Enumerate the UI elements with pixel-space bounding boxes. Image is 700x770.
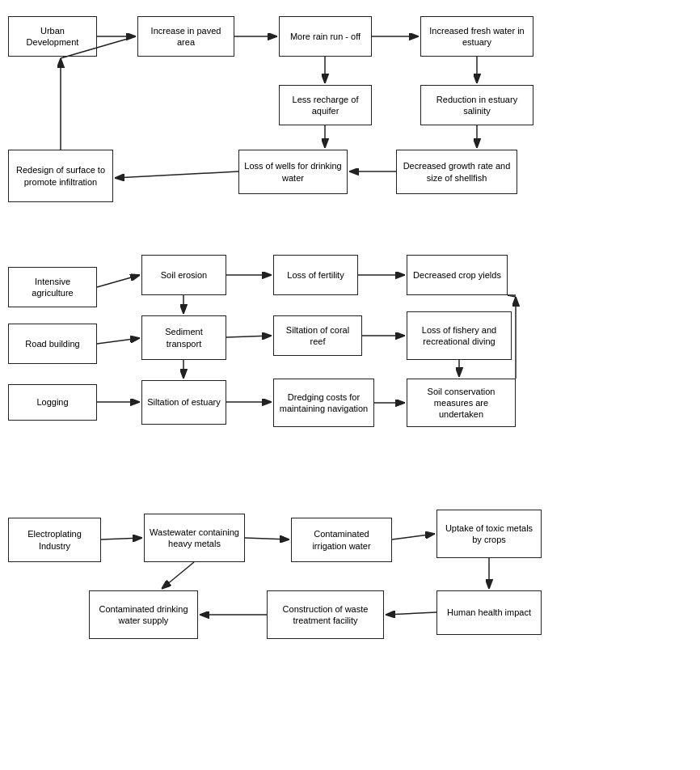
svg-line-27 bbox=[101, 538, 142, 539]
box-siltation-coral: Siltation of coral reef bbox=[273, 315, 362, 356]
box-intensive-ag: Intensive agriculture bbox=[8, 267, 97, 307]
box-decreased-crop: Decreased crop yields bbox=[407, 255, 508, 295]
box-loss-fishery: Loss of fishery and recreational diving bbox=[407, 311, 512, 360]
box-electroplating: Electroplating Industry bbox=[8, 518, 101, 562]
svg-line-31 bbox=[386, 612, 436, 615]
box-loss-fertility: Loss of fertility bbox=[273, 255, 358, 295]
box-dredging-costs: Dredging costs for maintaining navigatio… bbox=[273, 379, 374, 427]
svg-line-25 bbox=[508, 295, 516, 297]
box-wastewater: Wastewater containing heavy metals bbox=[144, 514, 245, 562]
box-logging: Logging bbox=[8, 384, 97, 421]
box-road-building: Road building bbox=[8, 324, 97, 364]
svg-line-9 bbox=[115, 171, 238, 178]
box-soil-conservation: Soil conservation measures are undertake… bbox=[407, 379, 516, 427]
box-reduction-salinity: Reduction in estuary salinity bbox=[420, 85, 533, 125]
box-contaminated-irrigation: Contaminated irrigation water bbox=[291, 518, 392, 562]
svg-line-12 bbox=[97, 275, 140, 287]
svg-line-15 bbox=[97, 338, 140, 344]
box-soil-erosion: Soil erosion bbox=[141, 255, 226, 295]
box-sediment-transport: Sediment transport bbox=[141, 315, 226, 360]
box-loss-wells: Loss of wells for drinking water bbox=[238, 150, 348, 194]
box-decreased-growth: Decreased growth rate and size of shellf… bbox=[396, 150, 517, 194]
box-increase-paved: Increase in paved area bbox=[137, 16, 234, 57]
svg-line-28 bbox=[245, 538, 289, 539]
box-increased-fresh: Increased fresh water in estuary bbox=[420, 16, 533, 57]
box-more-rain: More rain run - off bbox=[279, 16, 372, 57]
box-siltation-estuary: Siltation of estuary bbox=[141, 380, 226, 425]
svg-line-17 bbox=[226, 336, 272, 337]
svg-line-29 bbox=[392, 534, 435, 539]
main-diagram: Urban Development Increase in paved area… bbox=[0, 0, 700, 16]
box-uptake-toxic: Uptake of toxic metals by crops bbox=[436, 510, 542, 558]
svg-line-33 bbox=[162, 562, 194, 589]
box-redesign-surface: Redesign of surface to promote infiltrat… bbox=[8, 150, 113, 202]
box-urban-development: Urban Development bbox=[8, 16, 97, 57]
box-contaminated-drinking: Contaminated drinking water supply bbox=[89, 590, 198, 639]
box-human-health: Human health impact bbox=[436, 590, 542, 635]
box-less-recharge: Less recharge of aquifer bbox=[279, 85, 372, 125]
box-construction-waste: Construction of waste treatment facility bbox=[267, 590, 384, 639]
